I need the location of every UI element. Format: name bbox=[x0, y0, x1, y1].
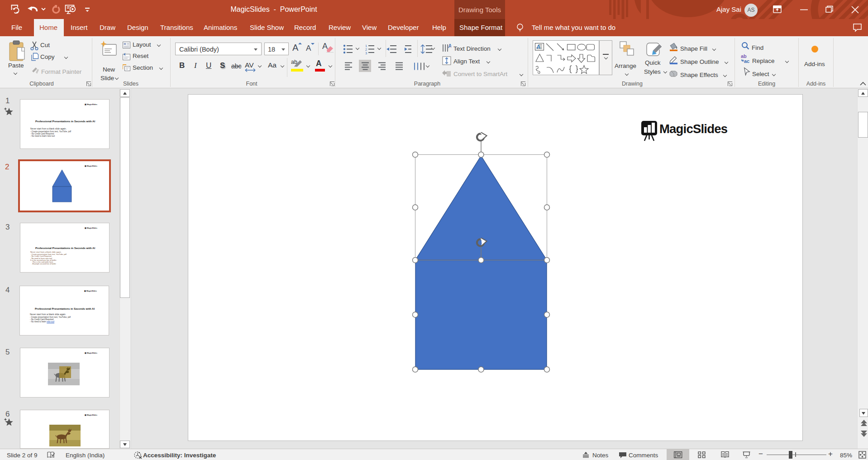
svg-text:A: A bbox=[448, 43, 451, 49]
svg-text:A: A bbox=[537, 44, 541, 50]
svg-text:ac: ac bbox=[744, 58, 749, 64]
svg-text:3: 3 bbox=[365, 51, 367, 55]
